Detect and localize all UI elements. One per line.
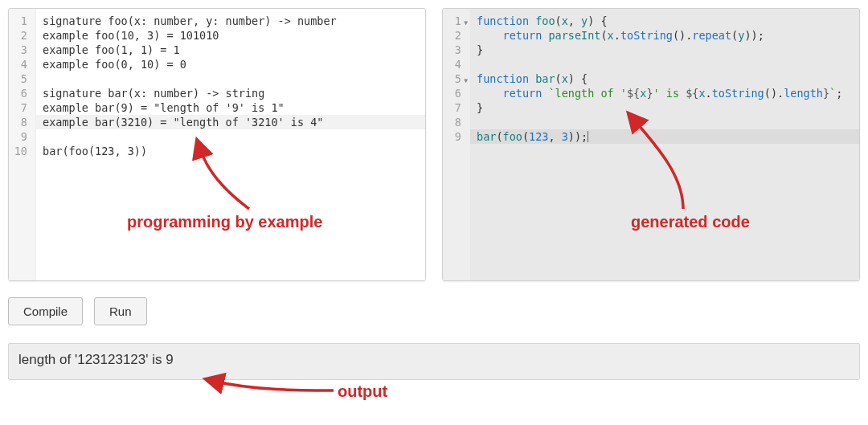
fold-icon[interactable]: ▼: [464, 74, 468, 88]
code-line[interactable]: signature bar(x: number) -> string: [43, 86, 419, 100]
left-editor[interactable]: 12345678910 signature foo(x: number, y: …: [8, 8, 426, 281]
line-number: 1: [14, 14, 27, 28]
line-number: 4: [14, 57, 27, 72]
code-line[interactable]: [477, 57, 853, 72]
line-number: 5▼: [448, 72, 461, 86]
line-number: 4: [448, 57, 461, 72]
code-line[interactable]: example foo(10, 3) = 101010: [43, 28, 419, 43]
code-line[interactable]: bar(foo(123, 3)): [43, 144, 419, 158]
line-number: 7: [14, 100, 27, 115]
compile-button[interactable]: Compile: [8, 297, 83, 325]
text-cursor: [588, 131, 588, 142]
code-line[interactable]: return `length of '${x}' is ${x.toString…: [477, 86, 853, 100]
right-editor-gutter: 1▼2345▼6789: [443, 9, 470, 280]
code-line[interactable]: return parseInt(x.toString().repeat(y));: [477, 28, 853, 43]
line-number: 2: [14, 28, 27, 43]
line-number: 6: [14, 86, 27, 100]
line-number: 8: [14, 115, 27, 129]
line-number: 3: [14, 43, 27, 57]
right-editor-code[interactable]: function foo(x, y) { return parseInt(x.t…: [470, 9, 859, 280]
code-line[interactable]: function foo(x, y) {: [477, 14, 853, 28]
right-editor[interactable]: 1▼2345▼6789 function foo(x, y) { return …: [442, 8, 860, 281]
line-number: 10: [14, 144, 27, 158]
annotation-label-output: output: [338, 382, 387, 401]
code-line[interactable]: [43, 72, 419, 86]
code-line[interactable]: signature foo(x: number, y: number) -> n…: [43, 14, 419, 28]
line-number: 7: [448, 100, 461, 115]
line-number: 1▼: [448, 14, 461, 28]
code-line[interactable]: function bar(x) {: [477, 72, 853, 86]
code-line[interactable]: [43, 129, 419, 144]
line-number: 9: [448, 129, 461, 144]
code-line[interactable]: [477, 115, 853, 129]
line-number: 9: [14, 129, 27, 144]
line-number: 6: [448, 86, 461, 100]
fold-icon[interactable]: ▼: [464, 16, 468, 31]
code-line[interactable]: example foo(0, 10) = 0: [43, 57, 419, 72]
line-number: 5: [14, 72, 27, 86]
line-number: 3: [448, 43, 461, 57]
output-text: length of '123123123' is 9: [18, 352, 174, 367]
run-button[interactable]: Run: [94, 297, 147, 325]
code-line[interactable]: }: [477, 100, 853, 115]
line-number: 2: [448, 28, 461, 43]
code-line[interactable]: example foo(1, 1) = 1: [43, 43, 419, 57]
output-box: length of '123123123' is 9: [8, 343, 860, 380]
button-row: Compile Run: [8, 297, 860, 325]
line-number: 8: [448, 115, 461, 129]
code-line[interactable]: example bar(9) = "length of '9' is 1": [43, 100, 419, 115]
code-line[interactable]: bar(foo(123, 3));: [470, 129, 859, 144]
left-editor-gutter: 12345678910: [9, 9, 36, 280]
code-line[interactable]: example bar(3210) = "length of '3210' is…: [36, 115, 425, 129]
code-line[interactable]: }: [477, 43, 853, 57]
left-editor-code[interactable]: signature foo(x: number, y: number) -> n…: [36, 9, 425, 280]
